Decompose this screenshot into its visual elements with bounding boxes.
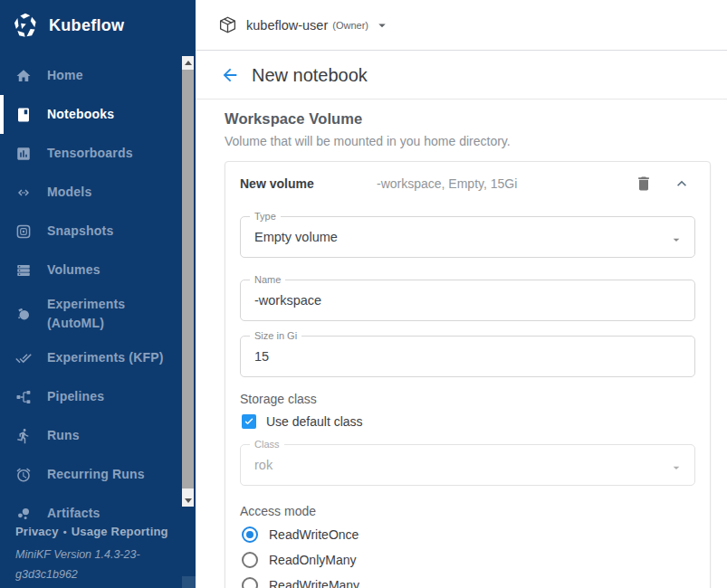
usage-reporting-link[interactable]: Usage Reporting bbox=[72, 525, 168, 538]
access-mode-label: Access mode bbox=[240, 504, 695, 518]
sidebar-item-notebooks[interactable]: Notebooks bbox=[0, 95, 196, 134]
kubeflow-logo[interactable]: Kubeflow bbox=[0, 0, 196, 40]
type-field-value: Empty volume bbox=[254, 230, 338, 244]
volume-size-input[interactable] bbox=[254, 349, 681, 364]
automl-icon bbox=[15, 306, 32, 322]
kubeflow-logo-icon bbox=[12, 13, 39, 40]
volumes-icon bbox=[15, 262, 32, 279]
storage-class-select: Class rok bbox=[240, 444, 695, 486]
size-field-label: Size in Gi bbox=[250, 330, 301, 341]
checkbox-checked-icon[interactable] bbox=[242, 414, 256, 429]
volume-name-field: Name bbox=[240, 280, 695, 321]
sidebar-item-experiments-automl[interactable]: Experiments (AutoML) bbox=[0, 289, 196, 338]
scrollbar-thumb[interactable] bbox=[182, 70, 194, 488]
notebook-icon bbox=[15, 107, 32, 123]
kubeflow-logo-text: Kubeflow bbox=[49, 16, 124, 35]
sidebar-item-pipelines[interactable]: Pipelines bbox=[0, 377, 196, 416]
scrollbar-corner bbox=[182, 576, 196, 588]
page-title: New notebook bbox=[252, 65, 368, 86]
class-field-label: Class bbox=[250, 439, 284, 450]
home-icon bbox=[15, 68, 32, 84]
snapshots-icon bbox=[15, 223, 32, 240]
pipelines-icon bbox=[15, 389, 32, 405]
use-default-class-checkbox-row[interactable]: Use default class bbox=[240, 414, 695, 429]
version-text: MiniKF Version 1.4.3-23- g3d3c1b962 bbox=[15, 545, 183, 584]
sidebar-nav: Home Notebooks Tensorboards Models Snaps… bbox=[0, 56, 196, 533]
class-field-value: rok bbox=[254, 458, 273, 472]
footer-bullet: • bbox=[63, 526, 67, 537]
sidebar-item-recurring-runs[interactable]: Recurring Runs bbox=[0, 455, 196, 494]
type-field-label: Type bbox=[250, 211, 281, 222]
access-mode-option-readonlymany[interactable]: ReadOnlyMany bbox=[240, 551, 695, 569]
top-bar: kubeflow-user (Owner) bbox=[196, 0, 727, 51]
sidebar-item-models[interactable]: Models bbox=[0, 173, 196, 212]
volume-summary: -workspace, Empty, 15Gi bbox=[377, 176, 635, 191]
access-mode-option-readwritemany[interactable]: ReadWriteMany bbox=[240, 576, 695, 588]
volume-name-input[interactable] bbox=[254, 293, 681, 308]
namespace-package-icon bbox=[218, 15, 237, 34]
section-title: Workspace Volume bbox=[225, 110, 727, 128]
scrollbar-down-arrow[interactable] bbox=[182, 494, 194, 507]
dropdown-caret-icon bbox=[669, 232, 684, 247]
namespace-selector[interactable]: kubeflow-user (Owner) bbox=[218, 15, 390, 34]
sidebar-item-tensorboards[interactable]: Tensorboards bbox=[0, 134, 196, 173]
sidebar-item-runs[interactable]: Runs bbox=[0, 416, 196, 455]
radio-button-icon[interactable] bbox=[242, 552, 258, 568]
namespace-name: kubeflow-user bbox=[246, 18, 328, 33]
artifacts-icon bbox=[15, 506, 32, 522]
models-icon bbox=[15, 185, 32, 201]
collapse-volume-button[interactable] bbox=[673, 175, 691, 193]
access-mode-radio-group: ReadWriteOnce ReadOnlyMany ReadWriteMany bbox=[240, 526, 695, 588]
workspace-volume-card: New volume -workspace, Empty, 15Gi Type … bbox=[225, 161, 711, 588]
delete-volume-button[interactable] bbox=[635, 175, 653, 193]
volume-card-header[interactable]: New volume -workspace, Empty, 15Gi bbox=[240, 174, 695, 194]
sidebar-item-home[interactable]: Home bbox=[0, 56, 196, 95]
access-mode-option-readwriteonce[interactable]: ReadWriteOnce bbox=[240, 526, 695, 544]
privacy-link[interactable]: Privacy bbox=[15, 525, 59, 538]
back-button[interactable] bbox=[220, 65, 240, 85]
kfp-icon bbox=[15, 350, 32, 366]
name-field-label: Name bbox=[250, 274, 285, 285]
storage-class-label: Storage class bbox=[240, 392, 695, 406]
page-title-bar: New notebook bbox=[196, 52, 727, 100]
sidebar: Kubeflow Home Notebooks Tensorboards Mod… bbox=[0, 0, 196, 588]
tensorboard-icon bbox=[15, 146, 32, 162]
runs-icon bbox=[15, 428, 32, 444]
volume-title: New volume bbox=[240, 176, 377, 191]
section-subtitle: Volume that will be mounted in you home … bbox=[225, 134, 727, 148]
sidebar-footer: Privacy•Usage Reporting MiniKF Version 1… bbox=[15, 525, 183, 584]
use-default-class-label: Use default class bbox=[266, 414, 363, 429]
radio-button-icon[interactable] bbox=[242, 577, 258, 588]
sidebar-item-volumes[interactable]: Volumes bbox=[0, 251, 196, 289]
volume-size-field: Size in Gi bbox=[240, 336, 695, 377]
volume-type-select[interactable]: Type Empty volume bbox=[240, 216, 695, 258]
recurring-runs-icon bbox=[15, 467, 32, 483]
radio-button-icon[interactable] bbox=[242, 526, 258, 543]
namespace-role: (Owner) bbox=[332, 20, 368, 31]
sidebar-item-snapshots[interactable]: Snapshots bbox=[0, 212, 196, 251]
sidebar-scrollbar bbox=[182, 56, 194, 507]
chevron-down-icon bbox=[374, 17, 390, 33]
sidebar-item-experiments-kfp[interactable]: Experiments (KFP) bbox=[0, 338, 196, 377]
main-content: Workspace Volume Volume that will be mou… bbox=[196, 100, 727, 588]
scrollbar-up-arrow[interactable] bbox=[182, 56, 194, 69]
dropdown-caret-icon bbox=[669, 460, 684, 475]
